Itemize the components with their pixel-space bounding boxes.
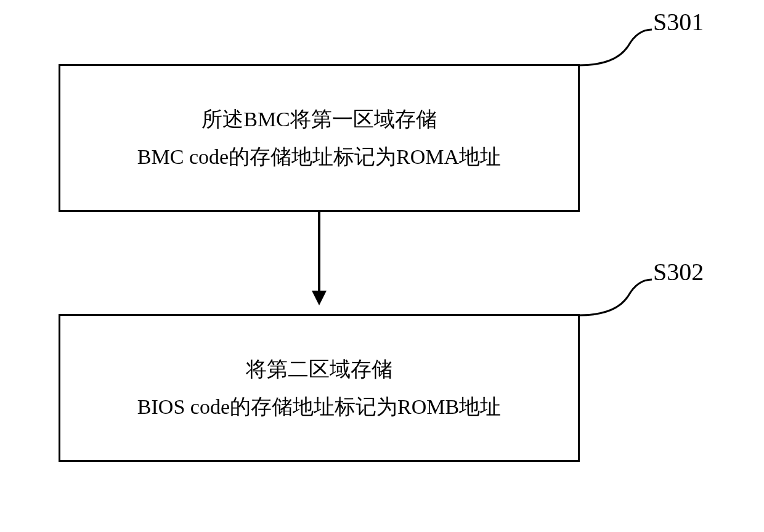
step-s302-line2: BIOS code的存储地址标记为ROMB地址 bbox=[137, 388, 501, 425]
callout-s301 bbox=[579, 26, 653, 69]
step-box-s302: 将第二区域存储 BIOS code的存储地址标记为ROMB地址 bbox=[59, 314, 580, 462]
flowchart-canvas: S301 所述BMC将第一区域存储 BMC code的存储地址标记为ROMA地址… bbox=[0, 0, 764, 532]
arrow-shaft bbox=[318, 212, 320, 292]
step-label-s301: S301 bbox=[653, 7, 704, 36]
step-s301-line2: BMC code的存储地址标记为ROMA地址 bbox=[137, 138, 501, 175]
step-label-s302: S302 bbox=[653, 257, 704, 286]
step-s301-line1: 所述BMC将第一区域存储 bbox=[201, 100, 437, 138]
callout-s302 bbox=[579, 276, 653, 319]
step-box-s301: 所述BMC将第一区域存储 BMC code的存储地址标记为ROMA地址 bbox=[59, 64, 580, 212]
step-s302-line1: 将第二区域存储 bbox=[246, 350, 392, 388]
arrow-head-down-icon bbox=[312, 291, 327, 305]
